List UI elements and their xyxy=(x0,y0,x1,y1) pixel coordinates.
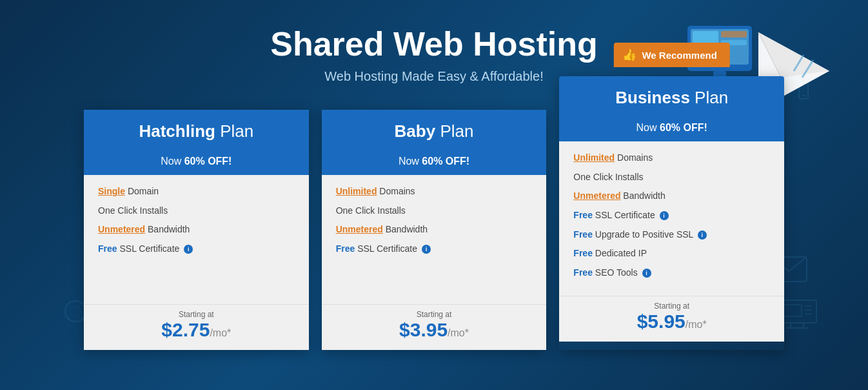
hatchling-feature-2-highlight: Unmetered xyxy=(98,224,145,234)
hatchling-feature-3: Free SSL Certificate i xyxy=(98,243,295,256)
page-title: Shared Web Hosting xyxy=(0,26,868,63)
baby-features: Unlimited Domains One Click Installs Unm… xyxy=(322,175,547,304)
business-discount-value: 60% OFF! xyxy=(660,122,707,133)
baby-feature-3-highlight: Free xyxy=(336,243,355,254)
hatchling-feature-0-highlight: Single xyxy=(98,186,125,196)
baby-feature-2-highlight: Unmetered xyxy=(336,224,383,234)
business-feature-6-highlight: Free xyxy=(573,267,593,278)
business-plan-name: Business Plan xyxy=(572,88,771,108)
hatchling-plan-name: Hatchling Plan xyxy=(97,121,296,141)
hatchling-feature-0: Single Domain xyxy=(98,185,295,198)
baby-name-rest: Plan xyxy=(435,121,473,141)
hatchling-ssl-info-icon[interactable]: i xyxy=(184,245,193,254)
baby-feature-2: Unmetered Bandwidth xyxy=(336,223,533,236)
business-feature-2: Unmetered Bandwidth xyxy=(573,190,770,203)
business-discount-badge: Now 60% OFF! xyxy=(559,118,784,141)
business-feature-1: One Click Installs xyxy=(573,171,770,184)
baby-starting-at: Starting at xyxy=(336,310,533,319)
hatchling-discount-value: 60% OFF! xyxy=(184,156,232,167)
baby-plan-name: Baby Plan xyxy=(335,121,534,141)
business-plan-footer: Starting at $5.95/mo* xyxy=(559,296,784,342)
business-feature-6: Free SEO Tools i xyxy=(573,267,770,280)
hatchling-feature-3-highlight: Free xyxy=(98,243,117,254)
business-price-unit: /mo* xyxy=(686,319,707,330)
baby-plan-header: Baby Plan xyxy=(322,110,547,152)
business-feature-3-highlight: Free xyxy=(573,210,593,220)
business-feature-0: Unlimited Domains xyxy=(573,152,770,165)
baby-feature-1: One Click Installs xyxy=(336,205,533,218)
recommend-badge: 👍 We Recommend xyxy=(613,43,729,67)
baby-feature-3: Free SSL Certificate i xyxy=(336,243,533,256)
recommend-label: We Recommend xyxy=(642,50,716,61)
business-feature-2-highlight: Unmetered xyxy=(573,190,620,201)
baby-price: $3.95 xyxy=(399,319,448,340)
baby-plan-card: Baby Plan Now 60% OFF! Unlimited Domains… xyxy=(322,110,547,350)
baby-price-unit: /mo* xyxy=(448,327,469,338)
business-name-rest: Plan xyxy=(690,88,728,107)
baby-feature-0: Unlimited Domains xyxy=(336,185,533,198)
baby-ssl-info-icon[interactable]: i xyxy=(422,245,431,254)
hatchling-feature-2: Unmetered Bandwidth xyxy=(98,223,295,236)
hatchling-plan-card: Hatchling Plan Now 60% OFF! Single Domai… xyxy=(84,110,309,350)
business-ssl-info-icon[interactable]: i xyxy=(660,211,669,220)
hatchling-plan-header: Hatchling Plan xyxy=(84,110,309,152)
business-plan-header: Business Plan xyxy=(559,76,784,118)
business-feature-3: Free SSL Certificate i xyxy=(573,209,770,222)
business-feature-5: Free Dedicated IP xyxy=(573,247,770,260)
business-starting-at: Starting at xyxy=(573,302,770,311)
hatchling-discount-badge: Now 60% OFF! xyxy=(84,152,309,175)
business-plan-card: 👍 We Recommend Business Plan Now 60% OFF… xyxy=(559,76,784,350)
business-positive-ssl-info-icon[interactable]: i xyxy=(698,231,707,240)
hatchling-plan-footer: Starting at $2.75/mo* xyxy=(84,304,309,350)
hatchling-price-unit: /mo* xyxy=(210,327,231,338)
baby-plan-footer: Starting at $3.95/mo* xyxy=(322,304,547,350)
baby-feature-0-highlight: Unlimited xyxy=(336,186,377,196)
baby-discount-label: Now xyxy=(399,156,422,167)
baby-name-bold: Baby xyxy=(395,121,436,141)
hatchling-discount-label: Now xyxy=(161,156,184,167)
plans-container: Hatchling Plan Now 60% OFF! Single Domai… xyxy=(0,110,868,350)
hatchling-name-bold: Hatchling xyxy=(139,121,215,141)
hatchling-feature-1: One Click Installs xyxy=(98,205,295,218)
business-feature-5-highlight: Free xyxy=(573,248,593,258)
business-price: $5.95 xyxy=(637,311,686,332)
business-seo-info-icon[interactable]: i xyxy=(642,269,651,278)
hatchling-features: Single Domain One Click Installs Unmeter… xyxy=(84,175,309,304)
hatchling-starting-at: Starting at xyxy=(98,310,295,319)
business-discount-label: Now xyxy=(636,122,660,133)
thumbs-up-icon: 👍 xyxy=(622,48,636,62)
business-feature-4: Free Upgrade to Positive SSL i xyxy=(573,229,770,241)
hatchling-name-rest: Plan xyxy=(215,121,253,141)
business-feature-0-highlight: Unlimited xyxy=(573,152,615,163)
baby-discount-badge: Now 60% OFF! xyxy=(322,152,547,175)
business-feature-4-highlight: Free xyxy=(573,229,593,240)
baby-discount-value: 60% OFF! xyxy=(422,156,469,167)
page-background: Shared Web Hosting Web Hosting Made Easy… xyxy=(0,0,868,390)
hatchling-price: $2.75 xyxy=(161,319,210,340)
business-features: Unlimited Domains One Click Installs Unm… xyxy=(559,141,784,296)
business-name-bold: Business xyxy=(615,88,690,107)
